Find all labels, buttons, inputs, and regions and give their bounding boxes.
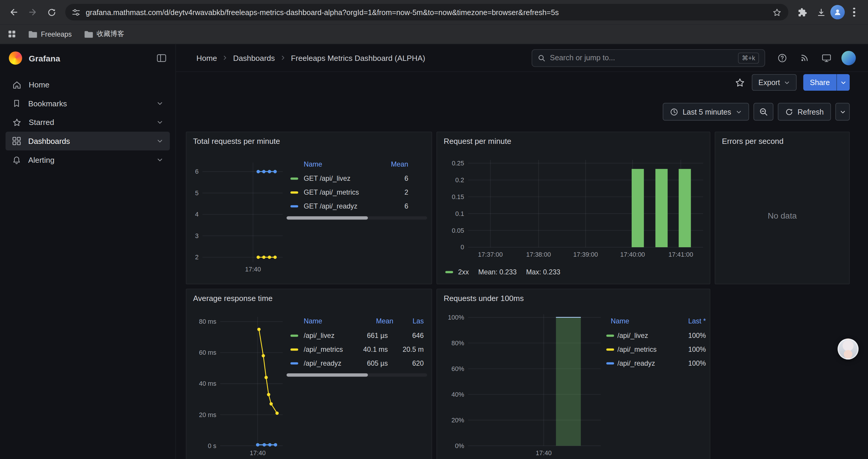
legend-row[interactable]: /api/_livez 661 µs 646: [286, 328, 427, 342]
breadcrumb-home[interactable]: Home: [196, 54, 217, 62]
svg-text:3: 3: [195, 232, 198, 239]
legend-scrollbar-thumb[interactable]: [286, 373, 368, 376]
series-mean: 6: [375, 174, 408, 182]
search-bar[interactable]: ⌘+k: [531, 49, 765, 67]
sidebar-item-bookmarks[interactable]: Bookmarks: [6, 94, 170, 113]
favorite-star-icon[interactable]: [735, 77, 745, 88]
legend-row[interactable]: /api/_readyz 605 µs 620: [286, 356, 427, 370]
series-name[interactable]: /api/_readyz: [304, 359, 346, 367]
series-name[interactable]: GET /api/_metrics: [304, 189, 370, 196]
reload-icon[interactable]: [42, 3, 61, 22]
series-name[interactable]: GET /api/_readyz: [304, 202, 370, 210]
refresh-button[interactable]: Refresh: [778, 103, 831, 121]
sidebar-item-starred[interactable]: Starred: [6, 113, 170, 132]
home-icon: [12, 80, 22, 90]
dashboard-canvas: Last 5 minutes Refres: [176, 93, 868, 459]
svg-text:0.1: 0.1: [455, 210, 464, 218]
url-bar[interactable]: grafana.mathmast.com/d/deytv4rwavabkb/fr…: [65, 4, 788, 21]
chevron-down-icon[interactable]: [157, 138, 163, 144]
svg-text:17:41:00: 17:41:00: [668, 251, 693, 258]
share-label: Share: [810, 78, 830, 87]
dock-sidebar-icon[interactable]: [157, 54, 167, 63]
site-settings-icon[interactable]: [72, 8, 80, 16]
series-mean: Mean: 0.233: [478, 268, 517, 276]
legend-header-mean[interactable]: Mean: [357, 318, 394, 325]
panel-total-requests: Total requests per minute 6543217:40 Nam…: [186, 132, 432, 285]
chevron-down-icon[interactable]: [157, 100, 163, 107]
refresh-interval-button[interactable]: [835, 103, 850, 121]
brand-name: Grafana: [29, 54, 150, 63]
sidebar-item-label: Alerting: [28, 155, 54, 164]
series-swatch: [290, 177, 298, 179]
downloads-icon[interactable]: [812, 3, 831, 22]
request-per-minute-chart[interactable]: 0.250.20.150.10.05017:37:0017:38:0017:39…: [437, 132, 711, 285]
bookmark-folder-blogs[interactable]: 收藏博客: [84, 29, 124, 39]
series-mean: 40.1 ms: [351, 345, 388, 353]
profile-avatar[interactable]: [831, 5, 845, 20]
search-shortcut-badge: ⌘+k: [738, 52, 759, 63]
series-last: 100%: [673, 332, 706, 339]
legend-header-name[interactable]: Name: [611, 318, 673, 325]
extensions-icon[interactable]: [793, 3, 812, 22]
series-name[interactable]: GET /api/_livez: [304, 174, 370, 182]
apps-grid-icon[interactable]: [8, 30, 16, 38]
series-name[interactable]: /api/_readyz: [617, 359, 670, 367]
legend-header-name[interactable]: Name: [304, 160, 375, 168]
refresh-icon: [785, 107, 793, 116]
series-name[interactable]: /api/_metrics: [617, 345, 670, 353]
series-name[interactable]: /api/_livez: [617, 332, 670, 339]
zoom-out-button[interactable]: [753, 103, 773, 121]
breadcrumb-dashboards[interactable]: Dashboards: [233, 54, 275, 62]
legend-header-name[interactable]: Name: [304, 318, 357, 325]
zoom-out-icon: [759, 107, 768, 116]
series-name[interactable]: 2xx: [458, 268, 469, 276]
floating-assistant-avatar[interactable]: [838, 338, 859, 359]
series-mean: 605 µs: [351, 359, 388, 367]
browser-menu-icon[interactable]: [845, 3, 864, 22]
legend-row[interactable]: GET /api/_livez 6: [286, 171, 427, 185]
series-name[interactable]: /api/_livez: [304, 332, 346, 339]
svg-text:17:40: 17:40: [250, 450, 266, 457]
legend-inline[interactable]: 2xx Mean: 0.233 Max: 0.233: [445, 268, 560, 276]
chevron-right-icon: [280, 55, 286, 61]
bookmark-star-icon[interactable]: [772, 7, 782, 17]
legend-row[interactable]: /api/_metrics 40.1 ms 20.5 m: [286, 342, 427, 356]
svg-text:0.05: 0.05: [452, 227, 464, 234]
legend-row[interactable]: /api/_readyz 100%: [606, 356, 706, 370]
legend-header-last[interactable]: Las: [393, 318, 424, 325]
chevron-down-icon[interactable]: [157, 157, 163, 163]
dashboard-actions: Export Share: [176, 72, 868, 93]
sidebar: Grafana Home Bookmarks: [0, 44, 176, 459]
search-input[interactable]: [550, 54, 734, 62]
legend-header-last[interactable]: Last *: [673, 318, 706, 325]
legend-row[interactable]: GET /api/_readyz 6: [286, 199, 427, 213]
legend-row[interactable]: /api/_livez 100%: [606, 328, 706, 342]
news-rss-icon[interactable]: [797, 51, 812, 65]
url-text[interactable]: grafana.mathmast.com/d/deytv4rwavabkb/fr…: [86, 8, 767, 16]
series-swatch: [290, 362, 298, 364]
legend-row[interactable]: /api/_metrics 100%: [606, 342, 706, 356]
legend-row[interactable]: GET /api/_metrics 2: [286, 185, 427, 199]
forward-icon[interactable]: [23, 3, 42, 22]
legend-header-mean[interactable]: Mean: [375, 160, 408, 168]
share-button[interactable]: Share: [803, 74, 836, 91]
legend-scrollbar-thumb[interactable]: [286, 216, 368, 220]
sidebar-item-alerting[interactable]: Alerting: [6, 150, 170, 169]
bookmark-folder-freeleaps[interactable]: Freeleaps: [28, 30, 71, 38]
monitor-icon[interactable]: [819, 51, 834, 65]
grafana-logo[interactable]: [9, 52, 22, 65]
panel-title[interactable]: Errors per second: [715, 132, 849, 145]
help-icon[interactable]: [775, 51, 789, 65]
user-avatar[interactable]: [841, 51, 856, 65]
browser-toolbar: grafana.mathmast.com/d/deytv4rwavabkb/fr…: [0, 0, 868, 24]
sidebar-item-home[interactable]: Home: [6, 75, 170, 94]
back-icon[interactable]: [4, 3, 23, 22]
series-name[interactable]: /api/_metrics: [304, 345, 346, 353]
time-range-picker[interactable]: Last 5 minutes: [663, 103, 749, 121]
svg-text:80%: 80%: [452, 340, 464, 347]
svg-text:4: 4: [195, 211, 198, 218]
sidebar-item-dashboards[interactable]: Dashboards: [6, 132, 170, 151]
export-button[interactable]: Export: [752, 74, 797, 91]
share-menu-button[interactable]: [836, 74, 850, 91]
chevron-down-icon[interactable]: [157, 119, 163, 126]
